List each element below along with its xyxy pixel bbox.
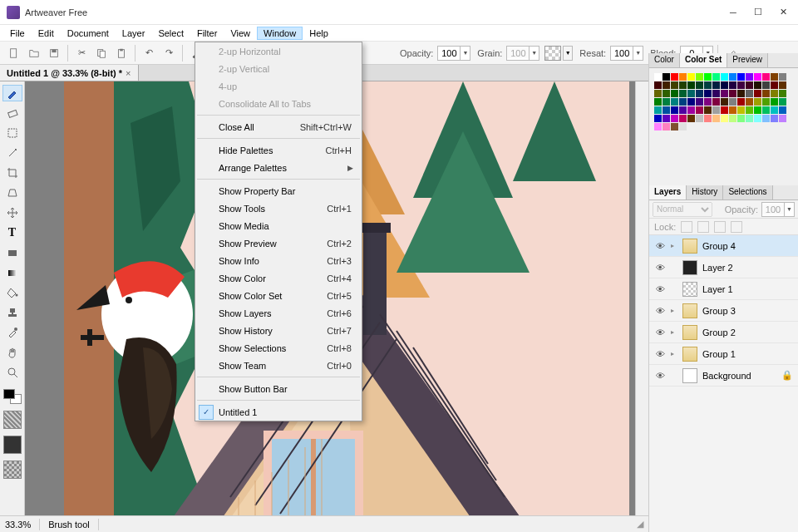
color-swatch-cell[interactable] — [704, 115, 712, 122]
color-swatch-cell[interactable] — [687, 106, 695, 114]
menu-document[interactable]: Document — [61, 27, 116, 40]
color-swatch-cell[interactable] — [721, 106, 728, 114]
document-tab[interactable]: Untitled 1 @ 33.3% (8-bit) * × — [0, 65, 139, 81]
color-swatch-cell[interactable] — [671, 123, 678, 131]
color-swatch-cell[interactable] — [654, 90, 662, 97]
color-swatch-cell[interactable] — [746, 115, 753, 122]
color-swatch-cell[interactable] — [671, 73, 678, 81]
color-swatch-cell[interactable] — [737, 98, 745, 106]
color-swatch-cell[interactable] — [654, 98, 662, 106]
vertical-scrollbar[interactable] — [635, 81, 648, 515]
close-window-button[interactable]: ✕ — [778, 7, 788, 17]
color-swatch-cell[interactable] — [687, 81, 695, 89]
color-swatch-cell[interactable] — [779, 81, 786, 89]
color-swatch-cell[interactable] — [771, 115, 778, 122]
color-swatch-cell[interactable] — [762, 115, 770, 122]
tab-layers[interactable]: Layers — [649, 185, 687, 200]
tab-history[interactable]: History — [687, 185, 723, 200]
pattern-swatch-3[interactable] — [3, 461, 22, 479]
color-set-grid[interactable] — [649, 68, 798, 135]
grain-input[interactable]: ▼ — [506, 46, 539, 61]
color-swatch-cell[interactable] — [762, 106, 770, 114]
color-swatch-cell[interactable] — [737, 115, 745, 122]
color-swatch-cell[interactable] — [729, 73, 736, 81]
layer-row[interactable]: 👁Background🔒 — [649, 365, 798, 387]
layer-row[interactable]: 👁▸Group 3 — [649, 300, 798, 322]
color-swatch-cell[interactable] — [721, 73, 728, 81]
color-swatch-cell[interactable] — [696, 115, 703, 122]
color-swatch-cell[interactable] — [696, 106, 703, 114]
tab-color-set[interactable]: Color Set — [680, 53, 727, 67]
menu-item-show-tools[interactable]: Show ToolsCtrl+1 — [195, 200, 362, 217]
color-swatch-cell[interactable] — [696, 73, 703, 81]
wand-tool[interactable] — [2, 145, 22, 161]
crop-tool[interactable] — [2, 165, 22, 181]
visibility-icon[interactable]: 👁 — [654, 349, 666, 359]
menu-item-hide-palettes[interactable]: Hide PalettesCtrl+H — [195, 141, 362, 159]
stamp-tool[interactable] — [2, 304, 22, 321]
lock-pixels-button[interactable] — [697, 221, 709, 233]
pattern-swatch-2[interactable] — [3, 436, 22, 454]
visibility-icon[interactable]: 👁 — [654, 284, 666, 294]
color-swatch-cell[interactable] — [663, 73, 670, 81]
color-swatch-cell[interactable] — [687, 90, 695, 97]
menu-item-close-all[interactable]: Close AllShift+Ctrl+W — [195, 118, 362, 135]
blend-mode-select[interactable]: Normal — [653, 202, 712, 217]
color-swatch-cell[interactable] — [754, 106, 761, 114]
menu-item-show-layers[interactable]: Show LayersCtrl+6 — [195, 304, 362, 322]
undo-button[interactable]: ↶ — [140, 44, 158, 62]
lock-position-button[interactable] — [714, 221, 726, 233]
brush-tool[interactable] — [2, 85, 22, 101]
color-swatch-cell[interactable] — [746, 81, 753, 89]
color-swatch-cell[interactable] — [729, 81, 736, 89]
menu-item-show-selections[interactable]: Show SelectionsCtrl+8 — [195, 339, 362, 357]
color-swatch-cell[interactable] — [704, 98, 712, 106]
color-swatch-cell[interactable] — [779, 98, 786, 106]
expand-icon[interactable]: ▸ — [671, 350, 677, 357]
menu-item-show-preview[interactable]: Show PreviewCtrl+2 — [195, 234, 362, 252]
color-swatch-cell[interactable] — [704, 73, 712, 81]
color-swatch-cell[interactable] — [663, 81, 670, 89]
color-swatch-cell[interactable] — [687, 73, 695, 81]
redo-button[interactable]: ↷ — [160, 44, 178, 62]
color-swatch-cell[interactable] — [654, 123, 662, 131]
menu-item-show-property-bar[interactable]: Show Property Bar — [195, 182, 362, 200]
lock-transparency-button[interactable] — [681, 221, 692, 233]
color-swatch-cell[interactable] — [696, 90, 703, 97]
color-swatch-cell[interactable] — [712, 73, 720, 81]
color-swatch-cell[interactable] — [721, 90, 728, 97]
color-swatch-cell[interactable] — [704, 81, 712, 89]
menu-item-untitled-1[interactable]: ✓Untitled 1 — [195, 403, 362, 421]
color-swatch-cell[interactable] — [712, 106, 720, 114]
visibility-icon[interactable]: 👁 — [654, 263, 666, 273]
menu-file[interactable]: File — [3, 27, 32, 40]
move-tool[interactable] — [2, 204, 22, 221]
color-swatch-cell[interactable] — [762, 90, 770, 97]
color-swatch-cell[interactable] — [771, 106, 778, 114]
layer-opacity-input[interactable]: ▼ — [761, 202, 795, 217]
hand-tool[interactable] — [2, 344, 22, 361]
color-swatch-cell[interactable] — [663, 90, 670, 97]
visibility-icon[interactable]: 👁 — [654, 241, 666, 251]
menu-item-show-button-bar[interactable]: Show Button Bar — [195, 380, 362, 397]
menu-item-show-history[interactable]: Show HistoryCtrl+7 — [195, 322, 362, 339]
color-swatch-cell[interactable] — [737, 73, 745, 81]
menu-item-show-color-set[interactable]: Show Color SetCtrl+5 — [195, 287, 362, 304]
paste-button[interactable] — [112, 44, 131, 62]
color-swatch-cell[interactable] — [729, 98, 736, 106]
color-swatch-cell[interactable] — [779, 90, 786, 97]
cut-button[interactable]: ✂ — [72, 44, 91, 62]
color-swatch-cell[interactable] — [746, 90, 753, 97]
color-swatch-cell[interactable] — [704, 106, 712, 114]
color-swatch-cell[interactable] — [754, 81, 761, 89]
expand-icon[interactable]: ▸ — [671, 307, 677, 314]
color-swatch-cell[interactable] — [654, 115, 662, 122]
color-swatch-cell[interactable] — [721, 81, 728, 89]
visibility-icon[interactable]: 👁 — [654, 328, 666, 337]
tab-color[interactable]: Color — [649, 53, 680, 67]
color-swatch-cell[interactable] — [712, 115, 720, 122]
color-swatch-cell[interactable] — [654, 81, 662, 89]
color-swatch-cell[interactable] — [779, 115, 786, 122]
shape-tool[interactable] — [2, 244, 22, 261]
color-swatch-cell[interactable] — [746, 98, 753, 106]
